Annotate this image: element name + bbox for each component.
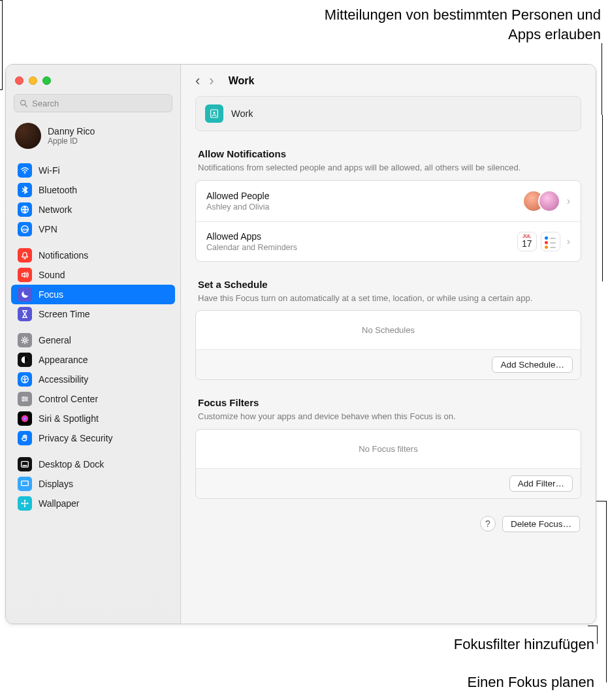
- sidebar-item-label: Bluetooth: [39, 185, 77, 195]
- schedule-card: No Schedules Add Schedule…: [195, 310, 581, 380]
- sidebar-item-siri-spotlight[interactable]: Siri & Spotlight: [11, 409, 175, 428]
- svg-point-12: [22, 400, 24, 401]
- svg-line-1: [25, 104, 27, 106]
- appearance-icon: [18, 353, 32, 367]
- filters-card: No Focus filters Add Filter…: [195, 429, 581, 499]
- lead-line: [602, 43, 602, 115]
- sidebar-item-displays[interactable]: Displays: [11, 474, 175, 494]
- sidebar-item-desktop-dock[interactable]: Desktop & Dock: [11, 454, 175, 474]
- window-controls: [6, 70, 180, 93]
- svg-point-24: [213, 112, 215, 114]
- sidebar-item-sound[interactable]: Sound: [11, 265, 175, 285]
- sidebar-item-privacy-security[interactable]: Privacy & Security: [11, 428, 175, 448]
- sidebar-item-notifications[interactable]: Notifications: [11, 246, 175, 265]
- svg-point-20: [24, 505, 25, 507]
- chevron-right-icon: ›: [567, 236, 570, 247]
- sidebar-item-control-center[interactable]: Control Center: [11, 389, 175, 409]
- wifi-icon: [18, 163, 32, 178]
- sidebar: Search Danny Rico Apple ID Wi-FiBluetoot…: [6, 65, 181, 624]
- siri-icon: [18, 411, 32, 426]
- bluetooth-icon: [18, 183, 32, 197]
- svg-point-21: [21, 503, 24, 504]
- svg-point-0: [21, 100, 25, 104]
- minimize-button[interactable]: [29, 76, 37, 85]
- callout-allow-notifications: Mitteilungen von bestimmten Personen und…: [294, 5, 601, 44]
- allowed-people-sub: Ashley and Olivia: [206, 202, 270, 212]
- schedule-empty: No Schedules: [196, 311, 581, 349]
- delete-focus-button[interactable]: Delete Focus…: [502, 516, 580, 532]
- allowed-people-row[interactable]: Allowed People Ashley and Olivia ›: [196, 181, 581, 221]
- lead-line: [588, 626, 598, 626]
- svg-point-17: [24, 482, 26, 485]
- globe-icon: [18, 202, 32, 217]
- app-icons: JUL 17: [517, 232, 560, 251]
- calendar-day: 17: [522, 238, 532, 249]
- sidebar-item-screen-time[interactable]: Screen Time: [11, 304, 175, 324]
- sidebar-item-network[interactable]: Network: [11, 200, 175, 219]
- gear-icon: [18, 333, 32, 347]
- sidebar-item-label: Displays: [39, 479, 73, 489]
- settings-window: Search Danny Rico Apple ID Wi-FiBluetoot…: [5, 64, 596, 624]
- sidebar-item-label: General: [39, 335, 71, 345]
- calendar-app-icon: JUL 17: [517, 232, 537, 251]
- svg-point-9: [24, 377, 25, 378]
- zoom-button[interactable]: [42, 76, 51, 85]
- page-title: Work: [229, 75, 255, 87]
- chevron-right-icon: ›: [567, 195, 570, 207]
- filters-title: Focus Filters: [198, 397, 579, 408]
- lead-line: [597, 626, 598, 644]
- sidebar-item-wallpaper[interactable]: Wallpaper: [11, 494, 175, 513]
- main-panel: ‹ › Work Work Allow Notifications Notifi…: [181, 65, 596, 624]
- display-icon: [18, 477, 32, 491]
- sidebar-item-vpn[interactable]: VPNVPN: [11, 219, 175, 239]
- sidebar-item-general[interactable]: General: [11, 330, 175, 350]
- bracket: [0, 0, 3, 90]
- search-icon: [20, 99, 28, 108]
- svg-point-18: [24, 502, 26, 505]
- lead-line: [606, 501, 607, 682]
- svg-point-10: [23, 396, 24, 398]
- allowed-people-title: Allowed People: [206, 191, 270, 201]
- people-avatars: [522, 190, 560, 212]
- forward-button[interactable]: ›: [209, 74, 214, 88]
- sliders-icon: [18, 392, 32, 406]
- schedule-desc: Have this Focus turn on automatically at…: [198, 293, 564, 304]
- sidebar-item-wi-fi[interactable]: Wi-Fi: [11, 161, 175, 180]
- schedule-section-header: Set a Schedule Have this Focus turn on a…: [195, 279, 581, 304]
- sidebar-item-label: Siri & Spotlight: [39, 413, 99, 424]
- back-button[interactable]: ‹: [195, 74, 200, 88]
- vpn-icon: VPN: [18, 222, 32, 236]
- search-input[interactable]: Search: [14, 94, 172, 112]
- account-name: Danny Rico: [48, 126, 95, 136]
- callout-add-filter: Fokusfilter hinzufügen: [385, 635, 594, 654]
- help-button[interactable]: ?: [480, 516, 496, 532]
- hourglass-icon: [18, 307, 32, 321]
- callout-add-schedule: Einen Fokus planen: [366, 673, 594, 692]
- sidebar-item-appearance[interactable]: Appearance: [11, 350, 175, 370]
- sidebar-item-label: Sound: [39, 270, 65, 280]
- allowed-apps-row[interactable]: Allowed Apps Calendar and Reminders JUL …: [196, 221, 581, 261]
- allow-section-header: Allow Notifications Notifications from s…: [195, 148, 581, 174]
- apple-id-row[interactable]: Danny Rico Apple ID: [6, 116, 180, 158]
- sound-icon: [18, 268, 32, 282]
- allow-title: Allow Notifications: [198, 148, 579, 159]
- avatar: [15, 123, 41, 149]
- add-filter-button[interactable]: Add Filter…: [509, 475, 573, 492]
- calendar-month: JUL: [522, 234, 531, 238]
- sidebar-item-bluetooth[interactable]: Bluetooth: [11, 180, 175, 200]
- allow-desc: Notifications from selected people and a…: [198, 162, 564, 174]
- sidebar-item-label: Accessibility: [39, 374, 88, 385]
- moon-icon: [18, 287, 32, 302]
- filters-section-header: Focus Filters Customize how your apps an…: [195, 397, 581, 422]
- sidebar-item-label: Control Center: [39, 394, 98, 404]
- add-schedule-button[interactable]: Add Schedule…: [492, 357, 573, 373]
- accessibility-icon: [18, 372, 32, 387]
- schedule-title: Set a Schedule: [198, 279, 579, 290]
- sidebar-item-focus[interactable]: Focus: [11, 285, 175, 304]
- allowed-apps-sub: Calendar and Reminders: [206, 243, 297, 252]
- sidebar-item-accessibility[interactable]: Accessibility: [11, 370, 175, 389]
- sidebar-item-label: Wi-Fi: [39, 165, 60, 176]
- close-button[interactable]: [15, 76, 24, 85]
- svg-point-22: [26, 503, 29, 504]
- focus-name: Work: [231, 108, 253, 119]
